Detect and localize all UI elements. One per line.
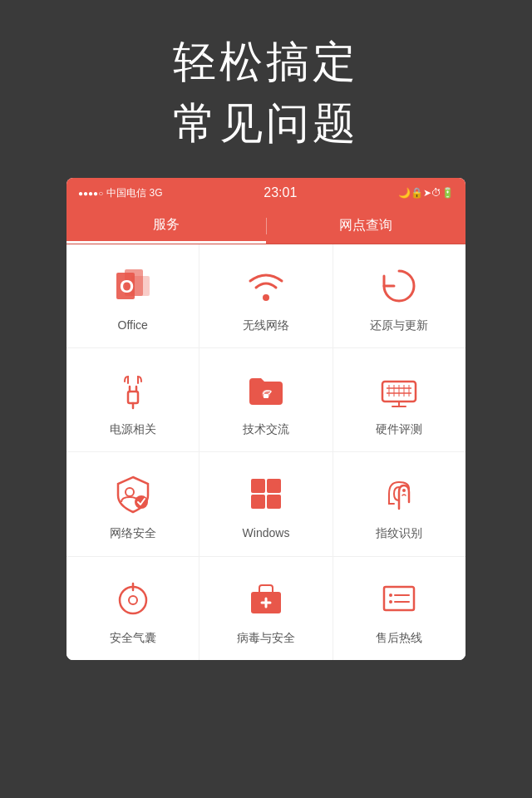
windows-icon [243,470,289,517]
restore-label: 还原与更新 [370,318,428,332]
windows-label: Windows [243,525,290,540]
svg-point-37 [389,600,392,603]
fingerprint-icon [376,470,422,517]
svg-point-4 [263,294,269,301]
security-label: 网络安全 [110,525,156,540]
hardware-icon [376,367,422,413]
svg-rect-2 [131,276,150,296]
virus-icon [243,575,289,622]
svg-rect-23 [251,479,265,493]
airbag-icon [110,575,156,622]
svg-rect-34 [384,587,414,610]
grid-item-tech[interactable]: 技术交流 [200,348,332,451]
hero-section: 轻松搞定 常见问题 [0,0,532,178]
svg-point-27 [402,489,406,492]
power-label: 电源相关 [110,421,156,436]
wifi-icon [243,263,289,309]
svg-rect-5 [128,392,138,403]
svg-text:O: O [120,276,134,297]
hotline-icon [376,575,422,622]
wifi-label: 无线网络 [243,318,289,332]
svg-point-21 [126,488,134,496]
svg-rect-25 [251,495,265,509]
security-icon [110,470,156,517]
status-icons: 🌙🔒➤⏱🔋 [398,187,454,199]
svg-rect-26 [267,495,281,509]
grid-item-restore[interactable]: 还原与更新 [333,244,466,347]
tech-label: 技术交流 [243,421,289,436]
nav-bar: 服务 网点查询 [66,208,466,244]
service-grid: O Office 无线网络 还 [66,244,466,660]
fingerprint-label: 指纹识别 [376,525,422,540]
office-label: Office [118,318,148,332]
grid-item-security[interactable]: 网络安全 [66,452,199,555]
grid-item-wifi[interactable]: 无线网络 [200,244,332,347]
svg-rect-10 [264,394,268,398]
svg-point-35 [389,594,392,597]
status-bar: ●●●●○ 中国电信 3G 23:01 🌙🔒➤⏱🔋 [66,178,466,208]
grid-item-fingerprint[interactable]: 指纹识别 [333,452,466,555]
grid-item-hardware[interactable]: 硬件评测 [333,348,466,451]
hotline-label: 售后热线 [376,630,422,645]
nav-tab-location[interactable]: 网点查询 [267,208,466,244]
carrier: 中国电信 3G [106,186,162,200]
power-icon [110,367,156,413]
grid-item-windows[interactable]: Windows [200,452,332,555]
grid-item-hotline[interactable]: 售后热线 [333,557,466,660]
svg-point-30 [129,596,137,604]
phone-frame: ●●●●○ 中国电信 3G 23:01 🌙🔒➤⏱🔋 服务 网点查询 [66,178,466,660]
status-left: ●●●●○ 中国电信 3G [78,186,163,200]
grid-item-airbag[interactable]: 安全气囊 [66,557,199,660]
signal-dots: ●●●●○ [78,189,103,198]
restore-icon [376,263,422,309]
grid-item-virus[interactable]: 病毒与安全 [200,557,332,660]
hero-line2: 常见问题 [42,95,490,153]
tech-icon [243,367,289,413]
hero-line1: 轻松搞定 [42,33,490,91]
virus-label: 病毒与安全 [237,630,295,645]
grid-item-power[interactable]: 电源相关 [66,348,199,451]
nav-tab-service[interactable]: 服务 [66,208,266,244]
grid-item-office[interactable]: O Office [66,244,199,347]
status-right: 🌙🔒➤⏱🔋 [398,187,454,199]
airbag-label: 安全气囊 [110,630,156,645]
status-time: 23:01 [163,185,398,200]
office-icon: O [110,263,156,309]
hardware-label: 硬件评测 [376,421,422,436]
svg-rect-24 [267,479,281,493]
